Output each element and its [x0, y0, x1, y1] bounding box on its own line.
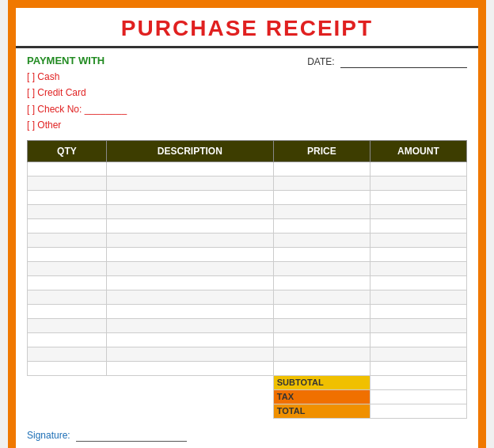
payment-section: PAYMENT WITH [ ] Cash [ ] Credit Card [ …	[16, 48, 478, 140]
table-row	[28, 361, 467, 375]
tax-label: TAX	[273, 389, 370, 404]
table-row	[28, 247, 467, 261]
date-label: DATE:	[307, 56, 334, 67]
subtotal-value	[370, 375, 466, 389]
total-label: TOTAL	[273, 404, 370, 418]
total-value	[370, 404, 466, 418]
table-row	[28, 318, 467, 332]
date-line	[340, 56, 467, 68]
table-row	[28, 290, 467, 304]
table-row	[28, 204, 467, 218]
table-row	[28, 304, 467, 318]
signature-line	[76, 430, 187, 442]
table-row	[28, 332, 467, 347]
table-row	[28, 261, 467, 275]
outer-border: PURCHASE RECEIPT PAYMENT WITH [ ] Cash […	[8, 0, 486, 448]
page-title: PURCHASE RECEIPT	[121, 16, 373, 40]
tax-row: TAX	[28, 389, 467, 404]
payment-with-label: PAYMENT WITH	[27, 55, 127, 66]
title-bar: PURCHASE RECEIPT	[16, 8, 478, 48]
payment-option-other: [ ] Other	[27, 117, 127, 133]
tax-value	[370, 389, 466, 404]
payment-option-credit: [ ] Credit Card	[27, 85, 127, 101]
col-header-amount: AMOUNT	[370, 140, 466, 161]
table-row	[28, 190, 467, 204]
payment-option-cash: [ ] Cash	[27, 69, 127, 85]
total-row: TOTAL	[28, 404, 467, 418]
signature-area: Signature:	[27, 430, 187, 442]
table-row	[28, 347, 467, 361]
table-row	[28, 275, 467, 290]
table-row	[28, 218, 467, 233]
payment-option-check: [ ] Check No: ________	[27, 101, 127, 117]
table-section: QTY DESCRIPTION PRICE AMOUNT	[16, 140, 478, 423]
subtotal-row: SUBTOTAL	[28, 375, 467, 389]
footer-row: Signature:	[16, 423, 478, 448]
inner-white: PURCHASE RECEIPT PAYMENT WITH [ ] Cash […	[16, 8, 478, 448]
table-row	[28, 176, 467, 190]
receipt-table: QTY DESCRIPTION PRICE AMOUNT	[27, 140, 467, 419]
col-header-qty: QTY	[28, 140, 107, 161]
table-row	[28, 161, 467, 176]
date-area: DATE:	[307, 55, 467, 68]
col-header-description: DESCRIPTION	[106, 140, 273, 161]
col-header-price: PRICE	[273, 140, 370, 161]
payment-left: PAYMENT WITH [ ] Cash [ ] Credit Card [ …	[27, 55, 127, 134]
table-row	[28, 233, 467, 247]
subtotal-label: SUBTOTAL	[273, 375, 370, 389]
signature-label: Signature:	[27, 430, 70, 441]
